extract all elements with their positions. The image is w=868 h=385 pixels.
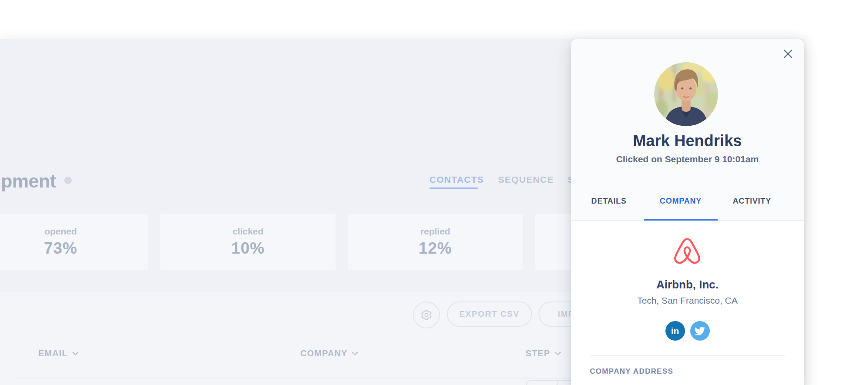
twitter-button[interactable] xyxy=(690,321,710,341)
screenshot-stage: pment CONTACTS SEQUENCE S opened 73% cli… xyxy=(0,0,868,385)
campaign-title: pment xyxy=(1,171,56,192)
twitter-icon xyxy=(695,326,705,336)
settings-gear-button[interactable] xyxy=(413,301,440,328)
company-meta: Tech, San Francisco, CA xyxy=(571,295,804,306)
panel-tab-company[interactable]: COMPANY xyxy=(660,197,702,206)
stat-value: 12% xyxy=(419,239,452,258)
panel-tab-activity[interactable]: ACTIVITY xyxy=(733,197,771,206)
stat-card-replied: replied 12% xyxy=(348,214,523,270)
portrait-photo-illustration xyxy=(654,62,718,126)
contact-status: Clicked on September 9 10:01am xyxy=(571,154,804,164)
panel-divider xyxy=(590,355,785,356)
company-name: Airbnb, Inc. xyxy=(571,278,804,291)
stat-value: 73% xyxy=(44,239,77,258)
close-button[interactable] xyxy=(782,48,794,60)
panel-tab-details[interactable]: DETAILS xyxy=(591,197,626,206)
stat-label: opened xyxy=(44,226,77,237)
avatar xyxy=(654,62,718,126)
close-icon xyxy=(783,49,793,59)
contact-detail-panel: Mark Hendriks Clicked on September 9 10:… xyxy=(571,39,804,385)
stat-label: replied xyxy=(420,226,450,237)
chevron-down-icon xyxy=(555,352,561,355)
contact-name: Mark Hendriks xyxy=(571,132,804,150)
column-header-email[interactable]: EMAIL xyxy=(38,348,79,358)
stat-label: clicked xyxy=(233,226,263,237)
airbnb-logo-icon xyxy=(674,238,701,266)
column-header-company[interactable]: COMPANY xyxy=(300,348,358,358)
company-address-label: COMPANY ADDRESS xyxy=(590,367,673,376)
column-header-label: STEP xyxy=(525,348,550,358)
column-header-label: EMAIL xyxy=(38,348,68,358)
step-current: 11 xyxy=(533,381,546,385)
column-header-label: COMPANY xyxy=(300,348,347,358)
chevron-down-icon xyxy=(72,352,79,355)
export-csv-button[interactable]: EXPORT CSV xyxy=(447,301,532,327)
social-links: in xyxy=(571,321,804,341)
linkedin-button[interactable]: in xyxy=(665,321,685,341)
linkedin-icon: in xyxy=(671,326,679,336)
tab-sequence[interactable]: SEQUENCE xyxy=(498,174,554,185)
tab-contacts-underline xyxy=(429,187,478,189)
status-dot xyxy=(64,177,72,184)
stat-value: 10% xyxy=(231,239,265,258)
tab-contacts[interactable]: CONTACTS xyxy=(429,174,484,185)
chevron-down-icon xyxy=(352,352,358,355)
gear-icon xyxy=(420,309,432,321)
column-header-step[interactable]: STEP xyxy=(525,348,561,358)
stat-card-clicked: clicked 10% xyxy=(160,214,336,270)
active-tab-indicator xyxy=(644,219,718,221)
stat-card-opened: opened 73% xyxy=(0,214,148,270)
